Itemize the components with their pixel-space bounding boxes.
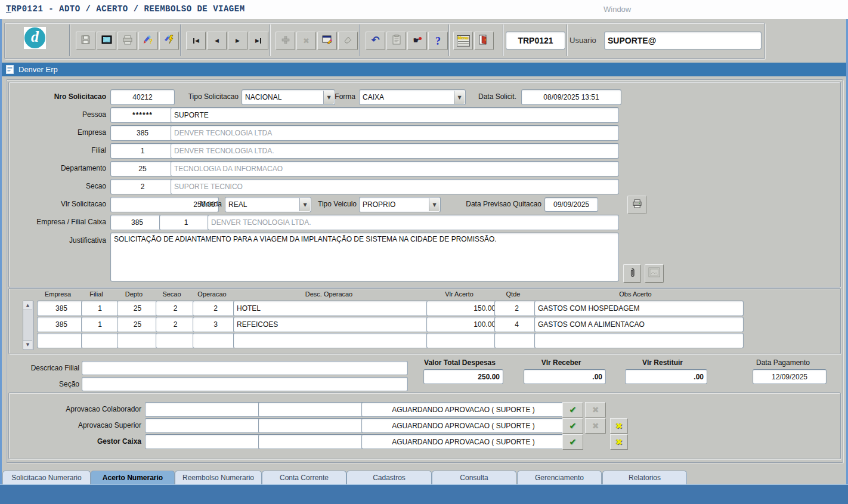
toolbar-separator <box>270 24 271 56</box>
approve-button[interactable]: ✔ <box>562 418 583 434</box>
tipo-solicitacao-dropdown[interactable]: NACIONAL ▼ <box>242 89 335 105</box>
scroll-down-button[interactable]: ▼ <box>23 340 32 349</box>
save-button[interactable] <box>76 32 95 50</box>
data-solicit-field[interactable]: 08/09/2025 13:51 <box>521 89 621 105</box>
empresa-code-field[interactable]: 385 <box>110 125 175 141</box>
approve-button[interactable]: ✔ <box>562 434 583 450</box>
grid-cell[interactable]: 2 <box>193 301 239 316</box>
tab-solicitacao-numerario[interactable]: Solicitacao Numerario <box>2 471 91 484</box>
grid-cell[interactable] <box>37 333 86 348</box>
cut-button[interactable]: ☛ <box>407 32 427 50</box>
grid-cell[interactable]: 385 <box>37 317 86 332</box>
usuario-field[interactable]: SUPORTE@ <box>604 32 762 50</box>
help-button[interactable]: ? <box>428 32 448 50</box>
tipo-veiculo-dropdown[interactable]: PROPRIO ▼ <box>359 197 441 212</box>
print-request-button[interactable] <box>627 196 646 214</box>
grid-cell[interactable]: 25 <box>117 317 158 332</box>
data-previsao-quitacao-field[interactable]: 09/09/2025 <box>544 197 598 212</box>
grid-cell[interactable]: REFEICOES <box>233 317 432 332</box>
grid-cell[interactable] <box>81 333 119 348</box>
toolbar-separator <box>448 24 450 56</box>
grid-cell[interactable]: HOTEL <box>233 301 432 316</box>
next-record-button[interactable]: ▶ <box>228 32 247 50</box>
grid-header-empresa: Empresa <box>37 290 79 298</box>
secao-code-field[interactable]: 2 <box>110 179 175 194</box>
approval-user-field[interactable] <box>258 418 366 433</box>
approve-button[interactable]: ✔ <box>562 402 583 418</box>
attachment-button[interactable] <box>623 264 641 283</box>
grid-cell[interactable]: 25 <box>117 301 158 316</box>
cancel-approval-button[interactable]: ✖ <box>610 434 628 450</box>
approval-date-field[interactable] <box>145 402 263 417</box>
grid-cell[interactable]: 1 <box>81 301 119 316</box>
justificativa-textarea[interactable]: SOLICITAÇÃO DE ADIANTAMENTO PARA A VIAGE… <box>110 233 619 282</box>
departamento-code-field[interactable]: 25 <box>110 161 175 177</box>
pessoa-code-field[interactable]: ****** <box>110 107 175 123</box>
grid-cell[interactable] <box>426 333 499 348</box>
app-header-bar: Denver Erp <box>2 63 846 76</box>
forma-dropdown[interactable]: CAIXA ▼ <box>359 89 466 105</box>
filial-caixa-field[interactable]: 1 <box>159 215 213 230</box>
grid-cell[interactable]: 100.00 <box>426 317 499 332</box>
grid-cell[interactable] <box>193 333 239 348</box>
menu-icon-text: Menu <box>458 36 469 41</box>
tab-gerenciamento[interactable]: Gerenciamento <box>517 471 602 484</box>
filial-code-field[interactable]: 1 <box>110 143 175 159</box>
scroll-up-button[interactable]: ▲ <box>23 301 32 310</box>
empresa-label: Empresa <box>12 126 106 139</box>
empresa-caixa-field[interactable]: 385 <box>110 215 164 230</box>
grid-cell[interactable]: GASTOS COM A ALIMENTACAO <box>534 317 744 332</box>
last-record-button[interactable]: ▶ <box>249 32 268 50</box>
grid-cell[interactable]: 2 <box>156 317 195 332</box>
tab-consulta[interactable]: Consulta <box>432 471 516 484</box>
chevron-down-icon[interactable]: ▼ <box>454 91 465 104</box>
screen-button[interactable] <box>97 32 116 50</box>
clear-button[interactable] <box>338 32 358 50</box>
grid-cell[interactable] <box>156 333 195 348</box>
cancel-approval-button[interactable]: ✖ <box>610 418 628 434</box>
grid-cell[interactable] <box>494 333 539 348</box>
tab-acerto-numerario[interactable]: Acerto Numerario <box>91 471 175 484</box>
vlr-restituir-field: .00 <box>625 369 707 384</box>
exit-button[interactable] <box>474 32 494 50</box>
grid-cell[interactable]: GASTOS COM HOSPEDAGEM <box>534 301 744 316</box>
grid-cell[interactable]: 385 <box>37 301 86 316</box>
nro-solicitacao-field[interactable]: 40212 <box>110 89 175 105</box>
grid-cell[interactable] <box>233 333 432 348</box>
first-record-button[interactable]: ◀ <box>186 32 206 50</box>
reject-button[interactable]: ✖ <box>585 402 606 418</box>
grid-cell[interactable] <box>534 333 744 348</box>
grid-cell[interactable]: 4 <box>494 317 539 332</box>
previous-record-button[interactable]: ◀ <box>207 32 227 50</box>
chevron-down-icon[interactable]: ▼ <box>299 198 310 211</box>
menu-window[interactable]: Window <box>603 5 631 14</box>
menu-button[interactable]: Menu <box>453 32 473 50</box>
execute-button[interactable] <box>159 32 179 50</box>
grid-cell[interactable]: 150.00 <box>426 301 499 316</box>
chevron-down-icon[interactable]: ▼ <box>429 198 440 211</box>
delete-record-button[interactable]: ✖ <box>296 32 316 50</box>
module-code-field: TRP0121 <box>506 32 565 50</box>
paste-button[interactable] <box>386 32 406 50</box>
grid-cell[interactable]: 2 <box>494 301 539 316</box>
approval-user-field[interactable] <box>258 402 366 417</box>
grid-cell[interactable]: 2 <box>156 301 195 316</box>
grid-cell[interactable]: 1 <box>81 317 119 332</box>
tab-reembolso-numerario[interactable]: Reembolso Numerario <box>175 471 262 484</box>
add-record-button[interactable] <box>276 32 295 50</box>
approval-date-field[interactable] <box>145 418 263 433</box>
image-button[interactable] <box>645 264 664 283</box>
print-button[interactable] <box>117 32 137 50</box>
undo-button[interactable]: ↶ <box>366 32 385 50</box>
moeda-dropdown[interactable]: REAL ▼ <box>225 197 311 212</box>
tab-relatorios[interactable]: Relatorios <box>602 471 687 484</box>
tab-cadastros[interactable]: Cadastros <box>346 471 432 484</box>
query-help-button[interactable]: ? <box>138 32 158 50</box>
grid-cell[interactable]: 3 <box>193 317 239 332</box>
approval-user-field[interactable] <box>258 434 366 449</box>
tab-conta-corrente[interactable]: Conta Corrente <box>262 471 346 484</box>
query-window-button[interactable] <box>317 32 337 50</box>
approval-date-field[interactable] <box>145 434 263 449</box>
grid-cell[interactable] <box>117 333 158 348</box>
reject-button[interactable]: ✖ <box>585 418 606 434</box>
